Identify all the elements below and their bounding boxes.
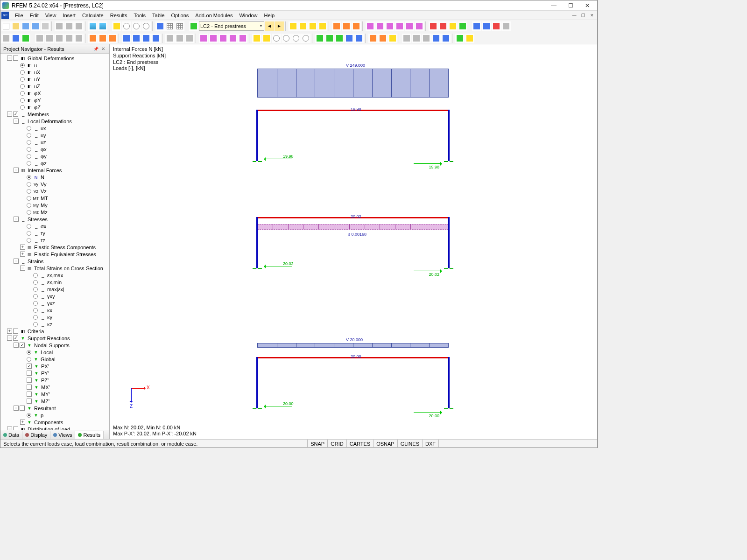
tb-paste[interactable] — [74, 21, 84, 31]
menu-window[interactable]: Window — [236, 12, 261, 19]
minimize-button[interactable]: — — [546, 1, 562, 10]
toggle-icon[interactable]: − — [7, 56, 12, 61]
tb2-9[interactable] — [88, 34, 98, 43]
tb-w3[interactable] — [448, 21, 458, 31]
maximize-button[interactable]: ☐ — [563, 1, 578, 10]
tb-m3[interactable] — [385, 21, 395, 31]
tb2-42[interactable] — [441, 34, 451, 43]
tb2-22[interactable] — [228, 34, 238, 43]
tb-redo[interactable] — [98, 21, 107, 31]
close-button[interactable]: ✕ — [579, 1, 595, 10]
tb2-34[interactable] — [354, 34, 364, 43]
nav-tab-data[interactable]: Data — [0, 431, 22, 439]
tb-print[interactable] — [41, 21, 50, 31]
tb2-33[interactable] — [345, 34, 354, 43]
tb-view2[interactable] — [165, 21, 175, 31]
tb2-6[interactable] — [55, 34, 64, 43]
tb-w1[interactable] — [429, 21, 438, 31]
tb-view3[interactable] — [175, 21, 184, 31]
tb-m1[interactable] — [366, 21, 375, 31]
tb2-26[interactable] — [272, 34, 281, 43]
status-grid[interactable]: GRID — [327, 440, 346, 448]
tb2-36[interactable] — [378, 34, 388, 43]
tb2-15[interactable] — [151, 34, 161, 43]
tb-m6[interactable] — [415, 21, 424, 31]
mdi-minimize[interactable]: — — [570, 12, 578, 19]
menu-results[interactable]: Results — [107, 12, 131, 19]
tb2-11[interactable] — [108, 34, 117, 43]
tb-undo[interactable] — [88, 21, 98, 31]
tb-r3[interactable] — [308, 21, 317, 31]
tb-open[interactable] — [11, 21, 21, 31]
tb2-7[interactable] — [64, 34, 74, 43]
tb-a1[interactable] — [472, 21, 481, 31]
tb-s2[interactable] — [342, 21, 351, 31]
tb2-1[interactable] — [1, 34, 11, 43]
tb-lcprev[interactable]: ◄ — [265, 21, 274, 31]
nav-tab-results[interactable]: Results — [75, 431, 104, 439]
menu-edit[interactable]: Edit — [27, 12, 42, 19]
tb-cut[interactable] — [55, 21, 64, 31]
menu-help[interactable]: Help — [261, 12, 278, 19]
tb-a4[interactable] — [501, 21, 511, 31]
tb-view1[interactable] — [155, 21, 165, 31]
tb-w4[interactable] — [458, 21, 467, 31]
tb2-10[interactable] — [98, 34, 107, 43]
tb-save[interactable] — [21, 21, 30, 31]
tb-a3[interactable] — [492, 21, 501, 31]
tb2-8[interactable] — [74, 34, 84, 43]
tb-w2[interactable] — [438, 21, 448, 31]
tb2-20[interactable] — [209, 34, 218, 43]
tb-r4[interactable] — [318, 21, 327, 31]
status-osnap[interactable]: OSNAP — [373, 440, 397, 448]
tb-zoomall[interactable] — [132, 21, 141, 31]
tb-zoomwin[interactable] — [141, 21, 151, 31]
tb-find[interactable] — [112, 21, 121, 31]
tb-m2[interactable] — [375, 21, 385, 31]
pin-icon[interactable]: 📌 — [92, 47, 100, 51]
menu-insert[interactable]: Insert — [59, 12, 79, 19]
menu-file[interactable]: File — [12, 12, 27, 19]
tb2-13[interactable] — [132, 34, 141, 43]
tb-m5[interactable] — [405, 21, 414, 31]
tb-calc[interactable] — [189, 21, 198, 31]
tb2-28[interactable] — [291, 34, 301, 43]
radio-icon[interactable] — [20, 63, 25, 68]
tb2-30[interactable] — [315, 34, 324, 43]
results-tree[interactable]: −◧Global Deformations ◧u ◧uX ◧uY ◧uZ ◧φX… — [0, 54, 109, 430]
status-snap[interactable]: SNAP — [307, 440, 327, 448]
tb2-4[interactable] — [35, 34, 44, 43]
tb2-3[interactable] — [21, 34, 30, 43]
tb-r2[interactable] — [298, 21, 308, 31]
check-icon[interactable] — [13, 56, 18, 61]
tb2-32[interactable] — [335, 34, 344, 43]
status-cartes[interactable]: CARTES — [346, 440, 373, 448]
tb-r1[interactable] — [289, 21, 298, 31]
tb2-41[interactable] — [431, 34, 441, 43]
menu-tools[interactable]: Tools — [130, 12, 149, 19]
menu-calculate[interactable]: Calculate — [79, 12, 107, 19]
tb2-43[interactable] — [455, 34, 465, 43]
tb2-2[interactable] — [11, 34, 21, 43]
tb2-25[interactable] — [262, 34, 271, 43]
tb2-23[interactable] — [238, 34, 247, 43]
tb2-18[interactable] — [185, 34, 194, 43]
viewport[interactable]: Internal Forces N [kN] Support Reactions… — [110, 44, 597, 439]
tb2-24[interactable] — [252, 34, 261, 43]
menu-addon[interactable]: Add-on Modules — [192, 12, 236, 19]
tb-copy[interactable] — [64, 21, 74, 31]
mdi-restore[interactable]: ❐ — [579, 12, 587, 19]
nav-tab-display[interactable]: Display — [22, 431, 50, 439]
tb2-35[interactable] — [368, 34, 378, 43]
tb-s3[interactable] — [352, 21, 361, 31]
tb2-31[interactable] — [325, 34, 334, 43]
tb-m4[interactable] — [395, 21, 404, 31]
tb2-39[interactable] — [412, 34, 421, 43]
tb-a2[interactable] — [482, 21, 491, 31]
tb2-29[interactable] — [301, 34, 310, 43]
status-glines[interactable]: GLINES — [397, 440, 422, 448]
tb-saveas[interactable] — [31, 21, 40, 31]
tb2-21[interactable] — [218, 34, 228, 43]
menu-options[interactable]: Options — [168, 12, 192, 19]
tb-s1[interactable] — [332, 21, 341, 31]
